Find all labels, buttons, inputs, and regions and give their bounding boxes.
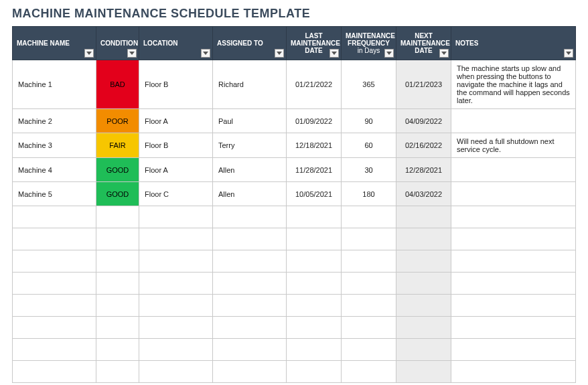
cell-location[interactable]: [139, 228, 213, 250]
cell-location[interactable]: [139, 339, 213, 361]
cell-last-date[interactable]: [287, 250, 342, 273]
cell-location[interactable]: [139, 361, 213, 383]
cell-notes[interactable]: [451, 273, 576, 295]
filter-dropdown-icon[interactable]: [564, 49, 573, 58]
cell-next-date[interactable]: [396, 317, 451, 339]
cell-assigned-to[interactable]: Allen: [213, 182, 287, 206]
cell-notes[interactable]: [451, 109, 576, 133]
cell-last-date[interactable]: [287, 295, 342, 317]
cell-notes[interactable]: [451, 206, 576, 228]
cell-assigned-to[interactable]: [213, 250, 287, 273]
filter-dropdown-icon[interactable]: [201, 49, 210, 58]
cell-location[interactable]: Floor A: [139, 109, 213, 133]
cell-last-date[interactable]: [287, 339, 342, 361]
cell-machine-name[interactable]: Machine 3: [13, 133, 96, 158]
cell-frequency[interactable]: [342, 339, 396, 361]
cell-notes[interactable]: [451, 317, 576, 339]
cell-assigned-to[interactable]: Paul: [213, 109, 287, 133]
cell-last-date[interactable]: 01/09/2022: [287, 109, 342, 133]
cell-next-date[interactable]: [396, 228, 451, 250]
cell-machine-name[interactable]: [13, 228, 96, 250]
cell-machine-name[interactable]: Machine 4: [13, 158, 96, 182]
cell-machine-name[interactable]: Machine 2: [13, 109, 96, 133]
cell-notes[interactable]: [451, 361, 576, 383]
cell-location[interactable]: [139, 206, 213, 228]
filter-dropdown-icon[interactable]: [439, 49, 449, 58]
cell-frequency[interactable]: [342, 228, 396, 250]
cell-last-date[interactable]: 11/28/2021: [287, 158, 342, 182]
cell-frequency[interactable]: 180: [342, 182, 396, 206]
filter-dropdown-icon[interactable]: [329, 49, 339, 58]
cell-machine-name[interactable]: [13, 295, 96, 317]
cell-next-date[interactable]: [396, 339, 451, 361]
cell-condition[interactable]: FAIR: [96, 133, 139, 158]
cell-condition[interactable]: [96, 361, 139, 383]
cell-machine-name[interactable]: [13, 317, 96, 339]
cell-location[interactable]: Floor B: [139, 133, 213, 158]
cell-assigned-to[interactable]: Allen: [213, 158, 287, 182]
cell-condition[interactable]: [96, 273, 139, 295]
cell-last-date[interactable]: [287, 228, 342, 250]
cell-frequency[interactable]: 60: [342, 133, 396, 158]
cell-frequency[interactable]: 365: [342, 60, 396, 109]
cell-notes[interactable]: [451, 339, 576, 361]
cell-assigned-to[interactable]: Richard: [213, 60, 287, 109]
cell-location[interactable]: [139, 295, 213, 317]
cell-frequency[interactable]: 30: [342, 158, 396, 182]
cell-condition[interactable]: BAD: [96, 60, 139, 109]
cell-next-date[interactable]: [396, 273, 451, 295]
cell-condition[interactable]: GOOD: [96, 182, 139, 206]
cell-next-date[interactable]: [396, 361, 451, 383]
cell-last-date[interactable]: 10/05/2021: [287, 182, 342, 206]
cell-frequency[interactable]: [342, 317, 396, 339]
cell-assigned-to[interactable]: [213, 295, 287, 317]
filter-dropdown-icon[interactable]: [127, 49, 137, 58]
cell-last-date[interactable]: [287, 361, 342, 383]
cell-notes[interactable]: [451, 228, 576, 250]
cell-notes[interactable]: [451, 158, 576, 182]
cell-location[interactable]: [139, 317, 213, 339]
cell-next-date[interactable]: [396, 250, 451, 273]
cell-next-date[interactable]: 04/03/2022: [396, 182, 451, 206]
cell-location[interactable]: Floor C: [139, 182, 213, 206]
cell-frequency[interactable]: 90: [342, 109, 396, 133]
cell-notes[interactable]: [451, 250, 576, 273]
cell-notes[interactable]: The machine starts up slow and when pres…: [451, 60, 576, 109]
cell-notes[interactable]: [451, 182, 576, 206]
cell-condition[interactable]: POOR: [96, 109, 139, 133]
cell-condition[interactable]: GOOD: [96, 158, 139, 182]
cell-next-date[interactable]: 12/28/2021: [396, 158, 451, 182]
cell-assigned-to[interactable]: [213, 339, 287, 361]
cell-condition[interactable]: [96, 317, 139, 339]
cell-frequency[interactable]: [342, 250, 396, 273]
cell-frequency[interactable]: [342, 273, 396, 295]
cell-assigned-to[interactable]: Terry: [213, 133, 287, 158]
cell-frequency[interactable]: [342, 206, 396, 228]
cell-next-date[interactable]: 01/21/2023: [396, 60, 451, 109]
cell-notes[interactable]: Will need a full shutdown next service c…: [451, 133, 576, 158]
cell-machine-name[interactable]: [13, 361, 96, 383]
cell-next-date[interactable]: [396, 295, 451, 317]
cell-machine-name[interactable]: [13, 250, 96, 273]
cell-last-date[interactable]: 01/21/2022: [287, 60, 342, 109]
cell-next-date[interactable]: [396, 206, 451, 228]
cell-frequency[interactable]: [342, 295, 396, 317]
cell-assigned-to[interactable]: [213, 228, 287, 250]
filter-dropdown-icon[interactable]: [384, 49, 394, 58]
cell-notes[interactable]: [451, 295, 576, 317]
cell-last-date[interactable]: 12/18/2021: [287, 133, 342, 158]
filter-dropdown-icon[interactable]: [275, 49, 284, 58]
cell-condition[interactable]: [96, 339, 139, 361]
cell-machine-name[interactable]: [13, 339, 96, 361]
cell-next-date[interactable]: 02/16/2022: [396, 133, 451, 158]
cell-machine-name[interactable]: Machine 1: [13, 60, 96, 109]
cell-condition[interactable]: [96, 228, 139, 250]
cell-machine-name[interactable]: [13, 206, 96, 228]
cell-assigned-to[interactable]: [213, 273, 287, 295]
cell-assigned-to[interactable]: [213, 317, 287, 339]
cell-condition[interactable]: [96, 250, 139, 273]
cell-assigned-to[interactable]: [213, 206, 287, 228]
cell-location[interactable]: Floor A: [139, 158, 213, 182]
cell-frequency[interactable]: [342, 361, 396, 383]
cell-location[interactable]: [139, 273, 213, 295]
